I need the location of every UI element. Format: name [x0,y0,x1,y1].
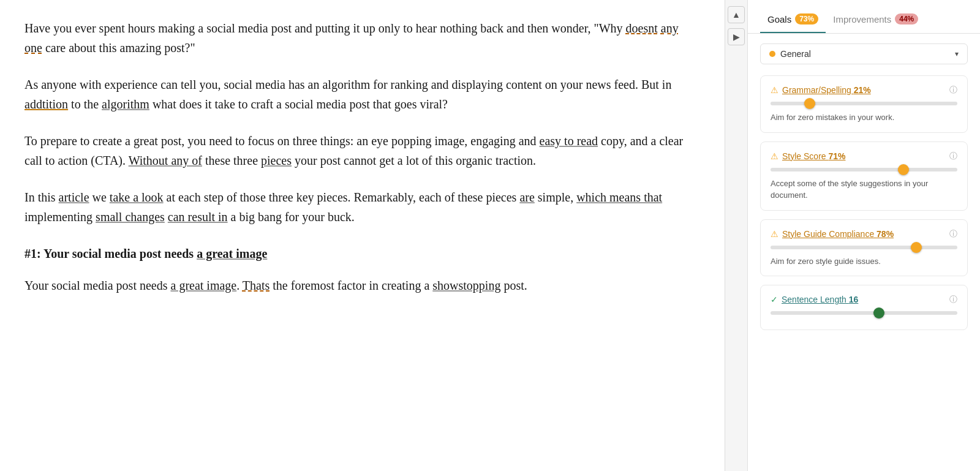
nav-down-button[interactable]: ▶ [728,28,745,45]
slider-track-style[interactable] [771,168,957,171]
score-pct-grammar: 21% [854,85,871,95]
info-icon[interactable]: ⓘ [949,85,957,96]
paragraph-p1: Have you ever spent hours making a socia… [24,18,694,58]
score-title-style: ⚠Style Score 71% [771,151,846,161]
warning-icon: ⚠ [771,85,778,95]
score-pct-style: 71% [828,151,845,161]
info-icon[interactable]: ⓘ [949,294,957,305]
warning-icon: ⚠ [771,151,778,161]
slider-track-sentence[interactable] [771,311,957,315]
score-card-style: ⚠Style Score 71%ⓘAccept some of the styl… [760,141,968,211]
paragraph-p4: In this article we take a look at each s… [24,187,694,227]
score-card-compliance: ⚠Style Guide Compliance 78%ⓘAim for zero… [760,219,968,277]
general-dropdown[interactable]: General ▾ [760,43,968,64]
paragraph-p2: As anyone with experience can tell you, … [24,75,694,114]
paragraph-p3: To prepare to create a great post, you n… [24,131,694,170]
score-desc-compliance: Aim for zero style guide issues. [771,255,957,268]
nav-up-button[interactable]: ▲ [728,6,745,23]
tab-improvements-badge: 44% [895,13,918,24]
sidebar-navigation: ▲ ▶ [725,0,747,471]
slider-thumb-sentence [873,307,884,318]
check-icon: ✓ [771,295,778,304]
scores-container: ⚠Grammar/Spelling 21%ⓘAim for zero mista… [760,75,968,330]
score-link-compliance[interactable]: Style Guide Compliance 78% [782,229,894,239]
score-link-style[interactable]: Style Score 71% [782,151,846,161]
score-title-compliance: ⚠Style Guide Compliance 78% [771,229,894,239]
tab-improvements[interactable]: Improvements44% [826,9,925,33]
score-card-sentence: ✓Sentence Length 16ⓘ [760,285,968,330]
paragraph-h1: #1: Your social media post needs a great… [24,244,694,263]
score-title-grammar: ⚠Grammar/Spelling 21% [771,85,871,95]
tab-goals[interactable]: Goals73% [760,9,826,33]
score-link-sentence[interactable]: Sentence Length 16 [782,295,858,304]
info-icon[interactable]: ⓘ [949,228,957,239]
main-content: Have you ever spent hours making a socia… [0,0,725,471]
slider-thumb-grammar [804,98,815,109]
score-card-grammar: ⚠Grammar/Spelling 21%ⓘAim for zero mista… [760,75,968,133]
warning-icon: ⚠ [771,229,778,239]
slider-thumb-style [898,164,909,175]
paragraph-p5: Your social media post needs a great ima… [24,276,694,295]
slider-track-compliance[interactable] [771,246,957,249]
score-pct-sentence: 16 [849,295,859,304]
panel-tabs: Goals73%Improvements44% [748,0,980,34]
chevron-down-icon: ▾ [955,50,959,58]
info-icon[interactable]: ⓘ [949,151,957,162]
score-desc-style: Accept some of the style suggestions in … [771,178,957,202]
general-dot [769,51,775,57]
panel-content: General ▾ ⚠Grammar/Spelling 21%ⓘAim for … [748,34,980,471]
slider-thumb-compliance [911,242,922,253]
general-label: General [780,49,950,59]
tab-improvements-label: Improvements [833,14,891,24]
score-desc-grammar: Aim for zero mistakes in your work. [771,111,957,124]
tab-goals-label: Goals [767,14,791,24]
score-title-sentence: ✓Sentence Length 16 [771,295,858,304]
score-link-grammar[interactable]: Grammar/Spelling 21% [782,85,871,95]
tab-goals-badge: 73% [795,13,818,24]
score-pct-compliance: 78% [876,229,894,239]
slider-track-grammar[interactable] [771,102,957,105]
right-panel: Goals73%Improvements44% General ▾ ⚠Gramm… [747,0,980,471]
